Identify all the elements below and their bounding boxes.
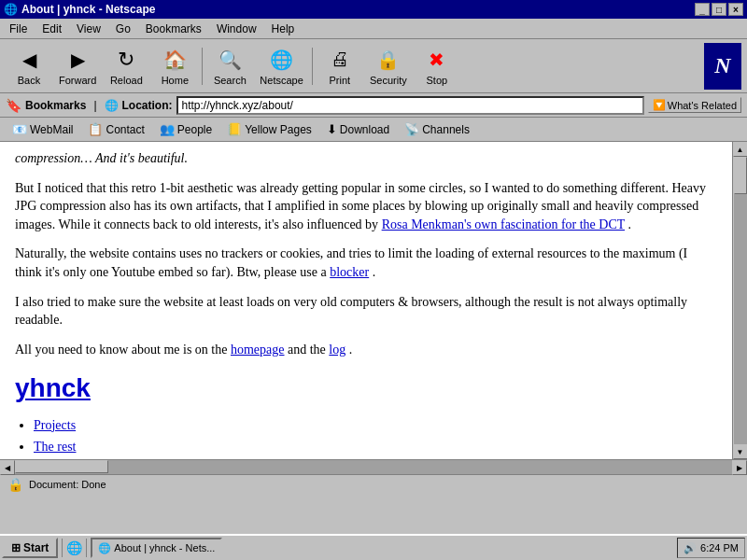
arrow-icon: 🔽 — [653, 99, 666, 111]
personal-download[interactable]: ⬇ Download — [320, 119, 396, 139]
ie-icon: 🌐 — [66, 540, 82, 555]
clock-icon: 🔊 — [684, 542, 697, 554]
intro-paragraph: compression… And it's beautiful. — [15, 149, 717, 168]
list-item: Projects — [34, 416, 717, 435]
status-bar: 🔒 Document: Done — [0, 474, 747, 493]
menu-window[interactable]: Window — [211, 21, 262, 37]
security-button[interactable]: 🔒 Security — [365, 43, 412, 90]
home-icon: 🏠 — [162, 47, 188, 73]
title-bar: 🌐 About | yhnck - Netscape _ □ × — [0, 0, 747, 19]
personal-people[interactable]: 👥 People — [153, 119, 218, 139]
netscape-label: Netscape — [260, 75, 303, 86]
location-text-label: Location: — [122, 99, 173, 112]
scroll-right-button[interactable]: ▶ — [732, 460, 747, 475]
personal-toolbar: 📧 WebMail 📋 Contact 👥 People 📒 Yellow Pa… — [0, 118, 747, 142]
personal-contact[interactable]: 📋 Contact — [81, 119, 150, 139]
forward-button[interactable]: ▶ Forward — [54, 43, 101, 90]
scroll-up-button[interactable]: ▲ — [733, 142, 748, 157]
homepage-link[interactable]: homepage — [231, 343, 285, 357]
scroll-thumb[interactable] — [734, 157, 747, 194]
contact-icon: 📋 — [88, 122, 103, 136]
paragraph-4: All you need to know about me is on the … — [15, 341, 717, 359]
log-link[interactable]: log — [329, 343, 345, 357]
task-label: About | yhnck - Nets... — [114, 542, 215, 553]
personal-yellow-pages[interactable]: 📒 Yellow Pages — [220, 119, 318, 139]
people-icon: 👥 — [160, 122, 175, 136]
whats-related-button[interactable]: 🔽 What's Related — [648, 97, 741, 113]
start-label: Start — [23, 541, 49, 554]
windows-icon: ⊞ — [11, 541, 21, 554]
title-bar-controls: _ □ × — [695, 3, 743, 16]
netscape-icon: 🌐 — [269, 47, 295, 73]
forward-label: Forward — [59, 75, 96, 86]
content-area: compression… And it's beautiful. But I n… — [0, 142, 732, 459]
channels-icon: 📡 — [404, 122, 419, 136]
search-icon: 🔍 — [217, 47, 243, 73]
back-icon: ◀ — [16, 47, 42, 73]
paragraph-1: But I noticed that this retro 1-bit aest… — [15, 179, 717, 234]
personal-channels[interactable]: 📡 Channels — [398, 119, 476, 139]
security-icon: 🔒 — [375, 47, 402, 73]
reload-button[interactable]: ↻ Reload — [103, 43, 149, 90]
print-button[interactable]: 🖨 Print — [317, 43, 363, 90]
taskbar: ⊞ Start 🌐 🌐 About | yhnck - Nets... 🔊 6:… — [0, 534, 747, 560]
toolbar-divider-2 — [312, 48, 313, 85]
location-input[interactable] — [176, 96, 644, 115]
security-label: Security — [370, 75, 407, 86]
stop-button[interactable]: ✖ Stop — [414, 43, 460, 90]
blocker-link[interactable]: blocker — [330, 265, 369, 279]
start-button[interactable]: ⊞ Start — [2, 538, 58, 558]
location-label: Bookmarks — [25, 99, 86, 112]
location-bar: 🔖 Bookmarks | 🌐 Location: 🔽 What's Relat… — [0, 93, 747, 118]
the-rest-link[interactable]: The rest — [34, 440, 76, 454]
nav-list: Projects The rest Logs Connect — [34, 416, 717, 459]
menu-file[interactable]: File — [4, 21, 33, 37]
h-scroll-thumb[interactable] — [15, 460, 108, 473]
webmail-icon: 📧 — [12, 122, 27, 136]
scroll-left-button[interactable]: ◀ — [0, 460, 15, 475]
home-button[interactable]: 🏠 Home — [151, 43, 198, 90]
taskbar-clock: 🔊 6:24 PM — [677, 538, 745, 558]
channels-label: Channels — [422, 123, 470, 136]
bookmark-icon: 🔖 — [6, 98, 21, 113]
close-button[interactable]: × — [728, 3, 743, 16]
projects-link[interactable]: Projects — [34, 418, 76, 432]
minimize-button[interactable]: _ — [695, 3, 710, 16]
print-label: Print — [330, 75, 351, 86]
maximize-button[interactable]: □ — [712, 3, 726, 16]
menu-go[interactable]: Go — [110, 21, 136, 37]
contact-label: Contact — [106, 123, 144, 136]
taskbar-divider-2 — [86, 539, 87, 557]
menu-edit[interactable]: Edit — [36, 21, 67, 37]
back-button[interactable]: ◀ Back — [6, 43, 52, 90]
h-scroll-track[interactable] — [15, 460, 732, 474]
search-button[interactable]: 🔍 Search — [206, 43, 253, 90]
personal-webmail[interactable]: 📧 WebMail — [6, 119, 79, 139]
menu-view[interactable]: View — [71, 21, 106, 37]
toolbar: ◀ Back ▶ Forward ↻ Reload 🏠 Home 🔍 Searc… — [0, 39, 747, 93]
time-display: 6:24 PM — [700, 542, 739, 553]
scroll-track[interactable] — [734, 157, 747, 444]
search-label: Search — [214, 75, 247, 86]
site-title[interactable]: yhnck — [15, 370, 717, 406]
task-icon: 🌐 — [98, 542, 111, 554]
menu-help[interactable]: Help — [266, 21, 301, 37]
app-icon: 🌐 — [4, 3, 18, 16]
rosa-link[interactable]: Rosa Menkman's own fascination for the D… — [382, 217, 625, 231]
scroll-down-button[interactable]: ▼ — [733, 444, 748, 459]
paragraph-3: I also tried to make sure the website at… — [15, 293, 717, 329]
window-title: About | yhnck - Netscape — [21, 3, 155, 16]
forward-icon: ▶ — [64, 47, 91, 73]
taskbar-task-netscape[interactable]: 🌐 About | yhnck - Nets... — [91, 538, 222, 558]
netscape-button[interactable]: 🌐 Netscape — [255, 43, 307, 90]
p2-end: . — [373, 265, 376, 279]
location-separator: | — [93, 99, 96, 112]
reload-label: Reload — [110, 75, 143, 86]
p4-mid-text: and the — [288, 343, 326, 357]
toolbar-divider-1 — [202, 48, 203, 85]
yellow-pages-label: Yellow Pages — [245, 123, 312, 136]
back-label: Back — [18, 75, 40, 86]
taskbar-divider — [62, 539, 63, 557]
people-label: People — [177, 123, 212, 136]
menu-bookmarks[interactable]: Bookmarks — [140, 21, 207, 37]
